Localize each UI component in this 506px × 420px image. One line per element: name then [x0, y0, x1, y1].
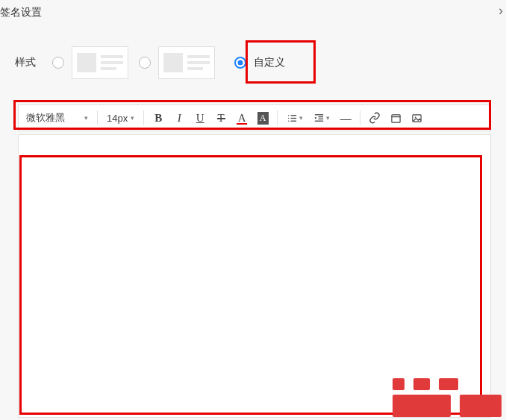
- style-option-custom[interactable]: 自定义: [225, 50, 294, 75]
- style-option-template-2[interactable]: [139, 46, 215, 79]
- indent-button[interactable]: ▾: [309, 108, 334, 128]
- indent-icon: [313, 113, 325, 124]
- font-family-value: 微软雅黑: [26, 111, 65, 125]
- style-label: 样式: [15, 56, 36, 69]
- toolbar-divider: [97, 110, 98, 125]
- radio-icon[interactable]: [52, 57, 64, 69]
- svg-rect-10: [392, 114, 400, 122]
- list-icon: [287, 113, 298, 124]
- chevron-down-icon: ▾: [299, 114, 303, 122]
- radio-icon[interactable]: [139, 57, 151, 69]
- image-icon: [411, 113, 422, 124]
- toolbar-divider: [277, 110, 278, 125]
- signature-preview-1[interactable]: [72, 46, 128, 79]
- strikethrough-button[interactable]: T: [211, 108, 231, 128]
- font-family-select[interactable]: 微软雅黑 ▾: [22, 107, 93, 128]
- style-row: 样式 自定义: [15, 46, 294, 79]
- italic-icon: I: [178, 112, 181, 125]
- font-color-icon: A: [238, 112, 246, 125]
- italic-button[interactable]: I: [169, 108, 189, 128]
- chevron-down-icon: ▾: [326, 114, 330, 122]
- underline-button[interactable]: U: [190, 108, 210, 128]
- bold-icon: B: [154, 112, 162, 125]
- radio-icon-selected[interactable]: [234, 57, 246, 69]
- link-button[interactable]: [365, 108, 384, 128]
- avatar-placeholder: [77, 53, 96, 72]
- bold-button[interactable]: B: [149, 108, 168, 128]
- avatar-placeholder: [163, 53, 183, 72]
- signature-preview-2[interactable]: [158, 46, 215, 79]
- font-size-value: 14px: [107, 113, 128, 124]
- chevron-down-icon: ▾: [84, 114, 88, 122]
- editor-content-area[interactable]: [21, 157, 481, 413]
- calendar-icon: [390, 113, 402, 124]
- bg-color-icon: A: [257, 112, 269, 125]
- toolbar-divider: [143, 110, 144, 125]
- decorative-overlay: [393, 378, 502, 417]
- panel-title: 签名设置: [0, 6, 42, 19]
- style-option-template-1[interactable]: [52, 46, 128, 79]
- svg-point-3: [288, 115, 290, 116]
- svg-point-4: [288, 117, 290, 119]
- svg-point-5: [288, 120, 290, 122]
- chevron-down-icon: ▾: [131, 114, 134, 122]
- font-size-select[interactable]: 14px ▾: [102, 107, 139, 128]
- background-color-button[interactable]: A: [253, 108, 272, 128]
- dash-button[interactable]: —: [336, 108, 355, 128]
- editor-toolbar: 微软雅黑 ▾ 14px ▾ B I U T A A ▾ ▾ —: [18, 104, 491, 131]
- lines-placeholder: [101, 55, 123, 70]
- list-button[interactable]: ▾: [282, 108, 307, 128]
- date-button[interactable]: [386, 108, 405, 128]
- custom-option-label: 自定义: [254, 56, 285, 69]
- toolbar-divider: [360, 110, 360, 125]
- dash-icon: —: [340, 112, 352, 125]
- svg-point-19: [414, 116, 416, 118]
- strike-icon: T: [218, 112, 225, 125]
- font-color-button[interactable]: A: [232, 108, 252, 128]
- link-icon: [369, 112, 381, 124]
- image-button[interactable]: [407, 108, 426, 128]
- close-icon[interactable]: ›: [499, 3, 503, 19]
- lines-placeholder: [187, 55, 210, 70]
- underline-icon: U: [196, 112, 204, 125]
